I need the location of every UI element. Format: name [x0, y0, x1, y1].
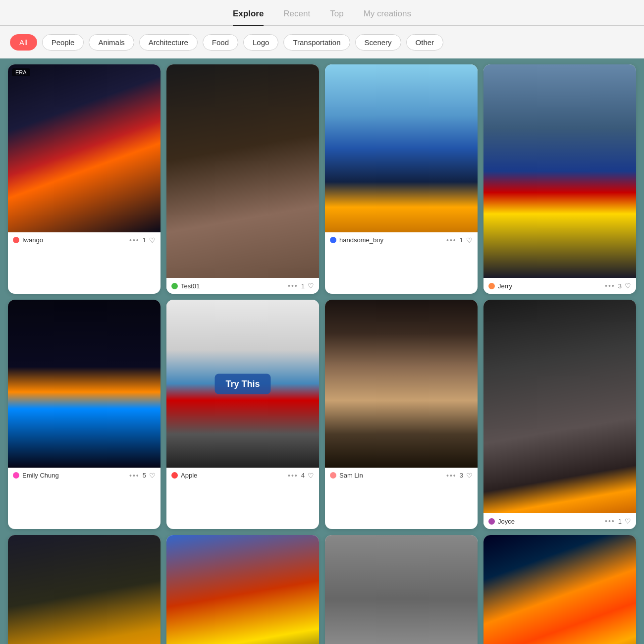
gallery: ERA Iwango ••• 1 ♡ Test01 ••• 1 ♡: [0, 58, 644, 644]
more-options[interactable]: •••: [129, 472, 140, 480]
card-footer: Emily Chung ••• 5 ♡: [8, 468, 161, 483]
avatar: [330, 237, 336, 243]
card-artwork: [8, 64, 161, 232]
card-footer: Jerry ••• 3 ♡: [483, 278, 636, 294]
card-image: [166, 535, 319, 644]
card-artwork: [325, 300, 478, 468]
username: handsome_boy: [339, 236, 443, 244]
card-image: Try This: [166, 300, 319, 468]
like-count: 1: [143, 236, 146, 244]
card-image: [325, 300, 478, 468]
card-image: [8, 535, 161, 644]
like-button[interactable]: ♡: [308, 282, 314, 290]
username: Joyce: [498, 518, 602, 525]
like-button[interactable]: ♡: [466, 472, 473, 480]
like-button[interactable]: ♡: [625, 282, 631, 290]
username: Test01: [181, 282, 285, 290]
like-count: 3: [460, 472, 463, 479]
card-image: [483, 300, 636, 513]
card-11[interactable]: [325, 535, 478, 644]
avatar: [330, 472, 336, 479]
filter-other[interactable]: Other: [406, 34, 444, 51]
filter-food[interactable]: Food: [203, 34, 238, 51]
filter-scenery[interactable]: Scenery: [355, 34, 401, 51]
username: Jerry: [498, 282, 602, 290]
filter-all[interactable]: All: [10, 34, 37, 51]
filter-architecture[interactable]: Architecture: [139, 34, 198, 51]
card-artwork: [166, 535, 319, 644]
card-image: [325, 64, 478, 232]
filter-transportation[interactable]: Transportation: [283, 34, 350, 51]
card-image: [325, 535, 478, 644]
card-image: [166, 64, 319, 278]
like-count: 5: [143, 472, 146, 479]
card-12[interactable]: [483, 535, 636, 644]
more-options[interactable]: •••: [605, 517, 615, 525]
card-artwork: [166, 64, 319, 278]
like-button[interactable]: ♡: [149, 472, 156, 480]
card-footer: Joyce ••• 1 ♡: [483, 513, 636, 529]
card-2[interactable]: Test01 ••• 1 ♡: [166, 64, 319, 294]
card-artwork: [8, 300, 161, 468]
card-8[interactable]: Joyce ••• 1 ♡: [483, 300, 636, 529]
card-9[interactable]: Sherry ••• 1 ♡: [8, 535, 161, 644]
card-artwork: [483, 64, 636, 278]
nav-tabs: Explore Recent Top My creations: [0, 0, 644, 26]
card-footer: Apple ••• 4 ♡: [166, 468, 319, 483]
card-artwork: [483, 300, 636, 513]
card-6[interactable]: Try This Apple ••• 4 ♡: [166, 300, 319, 529]
avatar: [171, 472, 178, 479]
card-image: [483, 64, 636, 278]
tab-my-creations[interactable]: My creations: [364, 9, 411, 26]
more-options[interactable]: •••: [605, 282, 615, 290]
card-1[interactable]: ERA Iwango ••• 1 ♡: [8, 64, 161, 294]
card-badge: ERA: [12, 68, 30, 76]
card-footer: handsome_boy ••• 1 ♡: [325, 232, 478, 248]
like-count: 3: [618, 282, 622, 290]
card-5[interactable]: Emily Chung ••• 5 ♡: [8, 300, 161, 529]
filter-bar: All People Animals Architecture Food Log…: [0, 26, 644, 58]
tab-explore[interactable]: Explore: [233, 9, 264, 26]
filter-animals[interactable]: Animals: [89, 34, 134, 51]
like-count: 1: [618, 518, 622, 525]
card-artwork: [325, 64, 478, 232]
username: Emily Chung: [22, 472, 126, 479]
card-4[interactable]: Jerry ••• 3 ♡: [483, 64, 636, 294]
card-artwork: [325, 535, 478, 644]
filter-logo[interactable]: Logo: [243, 34, 278, 51]
like-button[interactable]: ♡: [149, 236, 156, 244]
avatar: [13, 237, 19, 243]
card-image: [8, 300, 161, 468]
avatar: [488, 518, 495, 525]
tab-recent[interactable]: Recent: [283, 9, 310, 26]
tab-top[interactable]: Top: [330, 9, 343, 26]
like-button[interactable]: ♡: [308, 472, 314, 480]
card-10[interactable]: [166, 535, 319, 644]
more-options[interactable]: •••: [288, 472, 298, 480]
avatar: [171, 283, 178, 289]
username: Iwango: [22, 236, 126, 244]
more-options[interactable]: •••: [288, 282, 298, 290]
avatar: [13, 472, 19, 479]
username: Sam Lin: [339, 472, 443, 479]
card-3[interactable]: handsome_boy ••• 1 ♡: [325, 64, 478, 294]
more-options[interactable]: •••: [446, 236, 457, 244]
like-button[interactable]: ♡: [625, 517, 631, 525]
like-button[interactable]: ♡: [466, 236, 473, 244]
like-count: 1: [460, 236, 463, 244]
more-options[interactable]: •••: [129, 236, 140, 244]
more-options[interactable]: •••: [446, 472, 457, 480]
card-7[interactable]: Sam Lin ••• 3 ♡: [325, 300, 478, 529]
card-image: [483, 535, 636, 644]
try-this-overlay[interactable]: Try This: [215, 374, 270, 394]
card-artwork: [8, 535, 161, 644]
filter-people[interactable]: People: [42, 34, 84, 51]
card-artwork: [483, 535, 636, 644]
card-footer: Iwango ••• 1 ♡: [8, 232, 161, 248]
like-count: 4: [301, 472, 305, 479]
card-image: ERA: [8, 64, 161, 232]
avatar: [488, 283, 495, 289]
like-count: 1: [301, 282, 305, 290]
card-footer: Test01 ••• 1 ♡: [166, 278, 319, 294]
username: Apple: [181, 472, 285, 479]
